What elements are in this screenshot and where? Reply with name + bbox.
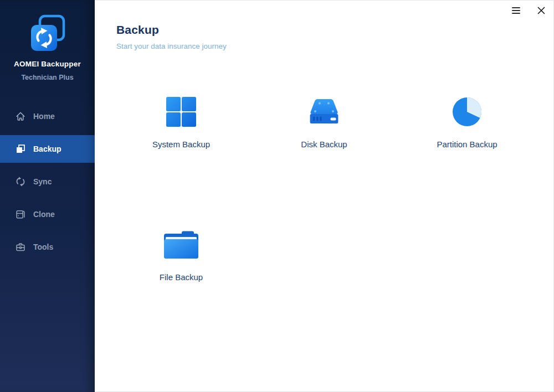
backup-options-grid: System Backup <box>110 75 554 341</box>
main-content: Backup Start your data insurance journey <box>95 0 554 392</box>
home-icon <box>15 111 26 122</box>
tile-label: Disk Backup <box>301 140 347 149</box>
tile-label: Partition Backup <box>437 140 497 149</box>
file-backup-tile[interactable]: File Backup <box>110 208 253 341</box>
sidebar-item-label: Sync <box>33 177 52 186</box>
titlebar-controls <box>510 4 547 17</box>
disk-backup-tile[interactable]: Disk Backup <box>253 75 396 208</box>
tile-label: File Backup <box>160 272 203 282</box>
partition-backup-icon <box>452 96 483 127</box>
sidebar-item-label: Backup <box>33 145 61 153</box>
clone-icon <box>15 209 26 220</box>
tile-label: System Backup <box>152 140 210 149</box>
sidebar-item-backup[interactable]: Backup <box>0 135 95 163</box>
close-icon[interactable] <box>535 4 547 17</box>
disk-backup-icon <box>307 96 341 127</box>
sidebar-nav: Home Backup <box>0 102 95 261</box>
page-subtitle: Start your data insurance journey <box>116 42 554 50</box>
sidebar-item-sync[interactable]: Sync <box>0 168 95 195</box>
tools-icon <box>15 241 26 252</box>
brand-edition: Technician Plus <box>0 74 95 81</box>
page-title: Backup <box>116 23 554 37</box>
brand-name: AOMEI Backupper <box>0 60 95 68</box>
partition-backup-tile[interactable]: Partition Backup <box>396 75 538 208</box>
backup-icon <box>15 143 26 154</box>
sync-icon <box>15 176 26 187</box>
system-backup-tile[interactable]: System Backup <box>110 75 253 208</box>
sidebar-item-home[interactable]: Home <box>0 102 95 130</box>
sidebar-item-tools[interactable]: Tools <box>0 233 95 261</box>
file-backup-icon <box>164 229 198 260</box>
system-backup-icon <box>166 96 197 127</box>
sidebar-item-clone[interactable]: Clone <box>0 200 95 228</box>
app-window: AOMEI Backupper Technician Plus Home <box>0 0 554 392</box>
sidebar-item-label: Tools <box>33 243 53 251</box>
aomei-sync-logo-icon <box>29 14 66 53</box>
sidebar: AOMEI Backupper Technician Plus Home <box>0 0 95 392</box>
brand: AOMEI Backupper Technician Plus <box>0 0 95 81</box>
hamburger-menu-icon[interactable] <box>510 4 522 17</box>
sidebar-item-label: Home <box>33 112 55 121</box>
sidebar-item-label: Clone <box>33 210 55 219</box>
